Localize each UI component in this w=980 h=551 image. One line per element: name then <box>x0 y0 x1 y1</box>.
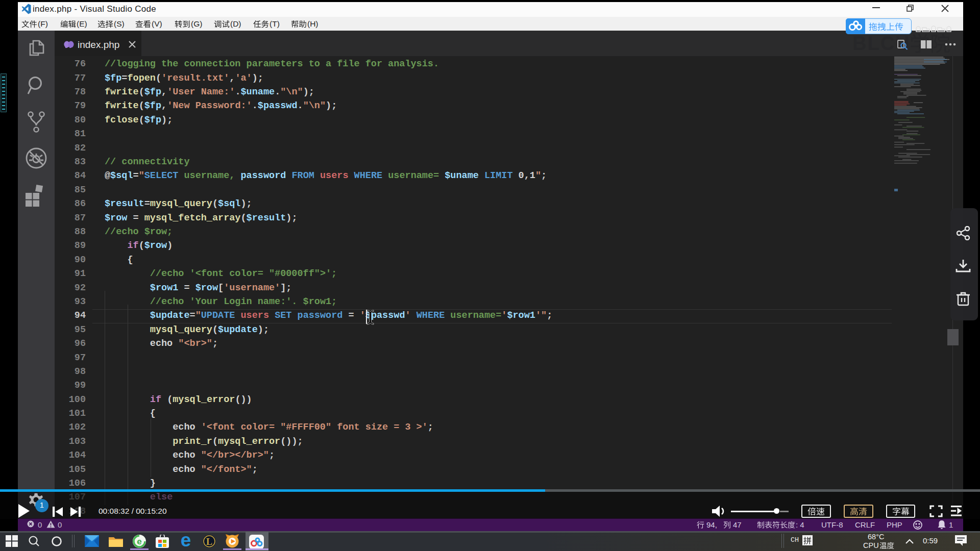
svg-text:e: e <box>181 533 191 548</box>
svg-text:e: e <box>137 537 141 546</box>
svg-text:L: L <box>206 537 212 547</box>
